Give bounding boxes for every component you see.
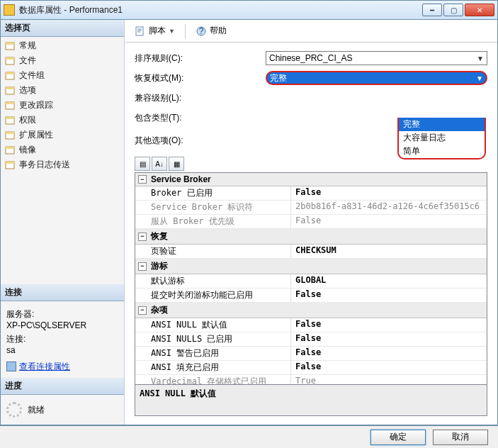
svg-rect-9: [6, 102, 14, 104]
sidebar-item-1[interactable]: 文件: [1, 53, 124, 68]
svg-rect-3: [6, 57, 14, 60]
script-icon: [135, 26, 146, 37]
collapse-icon[interactable]: −: [138, 306, 147, 315]
svg-rect-15: [6, 147, 14, 149]
grid-category[interactable]: −恢复: [135, 229, 487, 245]
help-button[interactable]: ? 帮助: [191, 23, 231, 38]
connection-info: 服务器: XP-PC\SQLSERVER 连接: sa 查看连接属性: [1, 301, 124, 379]
grid-row[interactable]: ANSI NULL 默认值False: [135, 318, 487, 332]
view-connection-link[interactable]: 查看连接属性: [6, 361, 70, 373]
progress-block: 就绪: [1, 395, 124, 425]
sidebar-item-7[interactable]: 镜像: [1, 142, 124, 157]
dialog-footer: 确定 取消: [0, 425, 498, 448]
recovery-value: 完整: [270, 72, 287, 84]
help-label: 帮助: [210, 25, 227, 37]
chevron-down-icon: ▼: [169, 28, 175, 35]
contain-label: 包含类型(T):: [135, 112, 266, 124]
alphabetical-button[interactable]: A↓: [152, 157, 167, 171]
conn-value: sa: [6, 345, 118, 355]
script-button[interactable]: 脚本 ▼: [130, 23, 179, 38]
collation-label: 排序规则(C):: [135, 52, 266, 65]
grid-property-value[interactable]: False: [291, 215, 487, 228]
sidebar-item-label: 事务日志传送: [19, 159, 70, 171]
page-icon: [5, 56, 16, 66]
grid-property-name: ANSI 填充已启用: [135, 361, 291, 374]
collapse-icon[interactable]: −: [138, 175, 147, 184]
collapse-icon[interactable]: −: [138, 233, 147, 241]
property-grid[interactable]: −Service BrokerBroker 已启用FalseService Br…: [135, 172, 487, 385]
sidebar-item-label: 权限: [19, 114, 36, 126]
toolbar: 脚本 ▼ ? 帮助: [125, 20, 497, 43]
sidebar-item-4[interactable]: 更改跟踪: [1, 98, 124, 113]
pages-button[interactable]: ▦: [169, 157, 184, 171]
chevron-down-icon: ▼: [477, 55, 484, 62]
window-title: 数据库属性 - Performance1: [19, 4, 422, 16]
grid-category[interactable]: −杂项: [135, 303, 487, 318]
grid-row[interactable]: 页验证CHECKSUM: [135, 245, 487, 259]
minimize-button[interactable]: ━: [422, 4, 442, 16]
grid-row[interactable]: Vardecimal 存储格式已启用True: [135, 375, 487, 385]
recovery-option-simple[interactable]: 简单: [399, 145, 485, 158]
grid-category[interactable]: −游标: [135, 259, 487, 274]
close-button[interactable]: ✕: [465, 4, 494, 16]
grid-row[interactable]: 服从 Broker 优先级False: [135, 215, 487, 229]
grid-property-name: ANSI NULL 默认值: [135, 318, 291, 332]
grid-property-value[interactable]: True: [291, 375, 487, 385]
maximize-button[interactable]: ▢: [443, 4, 463, 16]
compat-label: 兼容级别(L):: [135, 92, 266, 104]
grid-row[interactable]: ANSI 警告已启用False: [135, 347, 487, 361]
sidebar-item-0[interactable]: 常规: [1, 38, 124, 53]
spinner-icon: [6, 402, 22, 418]
recovery-select[interactable]: 完整 ▼: [266, 71, 487, 85]
grid-property-value[interactable]: False: [291, 289, 487, 302]
grid-row[interactable]: Service Broker 标识符2b0b816f-a831-46d2-a12…: [135, 201, 487, 215]
chevron-down-icon: ▼: [476, 74, 483, 82]
grid-row[interactable]: 提交时关闭游标功能已启用False: [135, 289, 487, 303]
grid-property-value[interactable]: GLOBAL: [291, 274, 487, 288]
grid-property-name: ANSI NULLS 已启用: [135, 332, 291, 346]
recovery-option-full[interactable]: 完整: [399, 118, 485, 131]
progress-status: 就绪: [28, 404, 45, 416]
grid-property-value[interactable]: False: [291, 332, 487, 346]
grid-row[interactable]: ANSI NULLS 已启用False: [135, 332, 487, 347]
grid-property-name: 默认游标: [135, 274, 291, 288]
sidebar-item-8[interactable]: 事务日志传送: [1, 157, 124, 172]
grid-property-value[interactable]: False: [291, 186, 487, 200]
page-icon: [5, 41, 16, 51]
categorized-button[interactable]: ▤: [135, 157, 150, 171]
sidebar-item-3[interactable]: 选项: [1, 83, 124, 98]
grid-property-name: Vardecimal 存储格式已启用: [135, 375, 291, 385]
grid-property-value[interactable]: CHECKSUM: [291, 245, 487, 258]
grid-row[interactable]: ANSI 填充已启用False: [135, 361, 487, 375]
app-icon: [4, 4, 15, 16]
select-page-header: 选择页: [1, 20, 124, 37]
grid-property-name: 服从 Broker 优先级: [135, 215, 291, 228]
grid-property-value[interactable]: False: [291, 361, 487, 374]
collation-select[interactable]: Chinese_PRC_CI_AS ▼: [266, 51, 487, 65]
cancel-button[interactable]: 取消: [433, 430, 488, 445]
grid-property-name: 页验证: [135, 245, 291, 258]
page-icon: [5, 101, 16, 111]
right-panel: 脚本 ▼ ? 帮助 排序规则(C): Chinese_PRC_CI_AS ▼ 恢…: [125, 20, 497, 425]
page-icon: [5, 116, 16, 125]
sidebar-item-5[interactable]: 权限: [1, 113, 124, 128]
svg-rect-17: [6, 162, 14, 164]
sidebar-item-label: 文件组: [19, 69, 45, 82]
grid-property-value[interactable]: False: [291, 318, 487, 332]
sidebar-item-6[interactable]: 扩展属性: [1, 128, 124, 142]
grid-property-value[interactable]: False: [291, 347, 487, 360]
grid-property-name: ANSI 警告已启用: [135, 347, 291, 360]
sidebar-item-label: 更改跟踪: [19, 99, 53, 111]
grid-row[interactable]: 默认游标GLOBAL: [135, 274, 487, 289]
sidebar-item-label: 常规: [19, 40, 36, 52]
grid-property-name: 提交时关闭游标功能已启用: [135, 289, 291, 302]
collapse-icon[interactable]: −: [138, 262, 147, 271]
ok-button[interactable]: 确定: [370, 430, 426, 445]
grid-row[interactable]: Broker 已启用False: [135, 186, 487, 201]
sidebar-item-2[interactable]: 文件组: [1, 68, 124, 83]
left-panel: 选择页 常规文件文件组选项更改跟踪权限扩展属性镜像事务日志传送 连接 服务器: …: [1, 20, 125, 425]
grid-category[interactable]: −Service Broker: [135, 173, 487, 186]
recovery-option-bulk[interactable]: 大容量日志: [399, 131, 485, 145]
page-icon: [5, 71, 16, 81]
grid-property-value[interactable]: 2b0b816f-a831-46d2-a126-4c6ef35015c6: [291, 201, 487, 214]
